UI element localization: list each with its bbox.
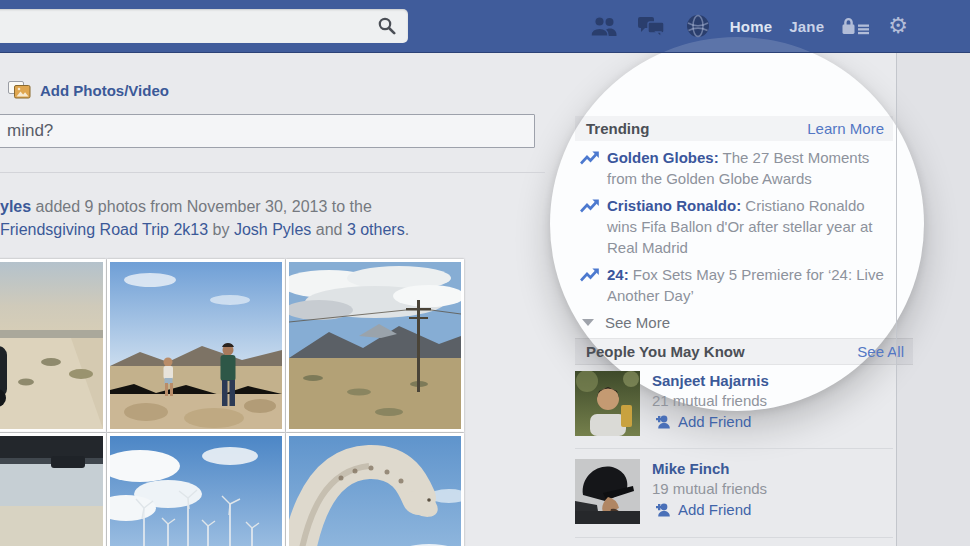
add-friend-button[interactable]: Add Friend	[652, 501, 767, 518]
trending-see-more[interactable]: See More	[582, 314, 893, 331]
add-friend-label: Add Friend	[678, 413, 751, 430]
post-album-link[interactable]: Friendsgiving Road Trip 2k13	[0, 221, 208, 238]
friend-requests-icon[interactable]	[589, 11, 619, 41]
trending-topic: Cristiano Ronaldo:	[607, 197, 741, 214]
pymk-title: People You May Know	[586, 343, 745, 360]
post-photo-dinosaur-statue[interactable]	[286, 433, 464, 546]
trending-topic: 24:	[607, 266, 629, 283]
trending-topic: Golden Globes:	[607, 149, 719, 166]
photo-stack-icon	[8, 81, 31, 99]
post-story-line2: Friendsgiving Road Trip 2k13 by Josh Pyl…	[0, 218, 525, 241]
see-more-label: See More	[605, 314, 670, 331]
facebook-page: Home Jane ⚙	[0, 0, 970, 546]
pymk-separator	[575, 448, 893, 449]
post-photo-people-on-rocks[interactable]	[107, 259, 285, 432]
notifications-globe-icon[interactable]	[683, 11, 713, 41]
nav-home-link[interactable]: Home	[730, 18, 772, 35]
post-photo-mountain-clouds[interactable]	[286, 259, 464, 432]
trending-title: Trending	[586, 120, 649, 137]
post-photo-driving-car[interactable]	[0, 433, 106, 546]
nav-profile-link[interactable]: Jane	[789, 18, 824, 35]
add-photos-video-button[interactable]: Add Photos/Video	[8, 81, 169, 99]
privacy-shortcuts-lock-icon[interactable]	[841, 11, 871, 41]
post-author-name-link[interactable]: Josh Pyles	[234, 221, 311, 238]
top-nav-bar: Home Jane ⚙	[0, 0, 970, 53]
pymk-separator	[575, 537, 893, 538]
pymk-mutual-friends: 19 mutual friends	[652, 480, 767, 497]
trending-item-text: Cristiano Ronaldo: Cristiano Ronaldo win…	[607, 195, 889, 258]
trending-header: Trending Learn More	[575, 116, 893, 141]
post-author-link[interactable]: yles	[0, 198, 31, 215]
pymk-suggestion-info: Sanjeet Hajarnis 21 mutual friends Add F…	[652, 371, 769, 436]
pymk-suggestion: Sanjeet Hajarnis 21 mutual friends Add F…	[575, 371, 769, 436]
avatar-sanjeet-hajarnis[interactable]	[575, 371, 640, 436]
post-photo-wind-turbines[interactable]	[107, 433, 285, 546]
caret-down-icon	[582, 319, 594, 326]
add-friend-button[interactable]: Add Friend	[652, 413, 769, 430]
search-icon[interactable]	[378, 17, 396, 35]
post-story-text: yles added 9 photos from November 30, 20…	[0, 195, 525, 241]
pymk-header: People You May Know See All	[575, 338, 913, 365]
post-story-line1: yles added 9 photos from November 30, 20…	[0, 195, 525, 218]
add-photos-video-label: Add Photos/Video	[40, 82, 169, 99]
pymk-suggestion: Mike Finch 19 mutual friends Add Friend	[575, 459, 767, 524]
content-right-border	[896, 52, 897, 546]
feed-column: Add Photos/Video yles added 9 photos fro…	[0, 52, 545, 546]
search-box[interactable]	[0, 9, 408, 43]
trending-item-text: Golden Globes: The 27 Best Moments from …	[607, 147, 889, 189]
pymk-person-name[interactable]: Mike Finch	[652, 460, 767, 477]
search-input[interactable]	[10, 9, 364, 45]
messages-icon[interactable]	[636, 11, 666, 41]
post-photo-suv-desert-road[interactable]	[0, 259, 106, 432]
trending-arrow-icon	[580, 267, 600, 282]
trending-learn-more-link[interactable]: Learn More	[807, 120, 884, 137]
trending-item[interactable]: 24: Fox Sets May 5 Premiere for ‘24: Liv…	[575, 264, 893, 306]
trending-section: Trending Learn More Golden Globes: The 2…	[575, 116, 893, 331]
pymk-person-name[interactable]: Sanjeet Hajarnis	[652, 372, 769, 389]
post-others-link[interactable]: 3 others	[347, 221, 405, 238]
trending-item[interactable]: Golden Globes: The 27 Best Moments from …	[575, 147, 893, 189]
pymk-suggestion-info: Mike Finch 19 mutual friends Add Friend	[652, 459, 767, 524]
trending-item-text: 24: Fox Sets May 5 Premiere for ‘24: Liv…	[607, 264, 889, 306]
trending-arrow-icon	[580, 198, 600, 213]
trending-arrow-icon	[580, 150, 600, 165]
avatar-mike-finch[interactable]	[575, 459, 640, 524]
settings-gear-icon[interactable]: ⚙	[888, 15, 908, 37]
pymk-mutual-friends: 21 mutual friends	[652, 392, 769, 409]
trending-list: Golden Globes: The 27 Best Moments from …	[575, 147, 893, 331]
person-plus-icon	[652, 414, 671, 429]
trending-item[interactable]: Cristiano Ronaldo: Cristiano Ronaldo win…	[575, 195, 893, 258]
nav-right-cluster: Home Jane ⚙	[589, 0, 908, 52]
person-plus-icon	[652, 502, 671, 517]
composer-divider	[0, 172, 545, 173]
status-update-input[interactable]	[0, 114, 535, 148]
add-friend-label: Add Friend	[678, 501, 751, 518]
